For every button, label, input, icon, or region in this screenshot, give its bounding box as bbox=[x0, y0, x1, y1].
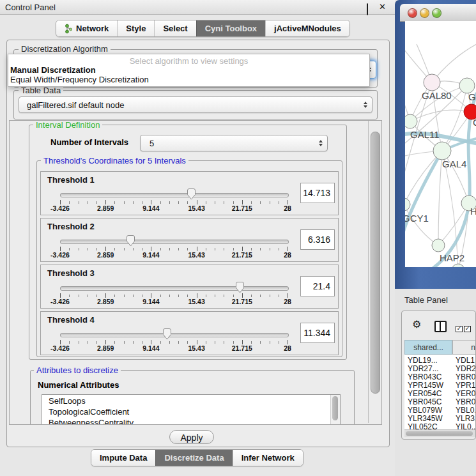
tab-jactivemnodules[interactable]: jActiveMNodules bbox=[265, 20, 349, 36]
threshold-label: Threshold 1 bbox=[47, 175, 95, 185]
tick-mark bbox=[260, 201, 261, 204]
tick-mark bbox=[133, 201, 134, 204]
tab-label: Style bbox=[126, 24, 146, 33]
network-node-hap2[interactable] bbox=[432, 239, 445, 252]
tab-network[interactable]: Network bbox=[56, 20, 117, 36]
vertical-scrollbar[interactable] bbox=[368, 121, 381, 423]
slider-track[interactable] bbox=[60, 333, 289, 337]
tick-mark bbox=[69, 341, 70, 344]
network-node[interactable] bbox=[452, 264, 464, 267]
slider-track[interactable] bbox=[60, 286, 289, 291]
network-node-gal4[interactable] bbox=[433, 142, 451, 160]
tick-label: 9.144 bbox=[134, 344, 167, 352]
tab-label: Select bbox=[163, 24, 187, 33]
numerical-attributes-label: Numerical Attributes bbox=[35, 380, 121, 390]
float-icon bbox=[367, 3, 368, 15]
tick-mark bbox=[270, 248, 270, 250]
numerical-attributes-list[interactable]: SelfLoopsTopologicalCoefficientBetweenne… bbox=[42, 394, 341, 425]
column-header-shared[interactable]: shared... bbox=[404, 340, 452, 355]
node-table[interactable]: shared...n... YDL19...YDL1...YDR27...YDR… bbox=[404, 340, 475, 429]
tick-mark bbox=[114, 201, 115, 204]
tick-mark bbox=[105, 293, 106, 298]
tab-style[interactable]: Style bbox=[117, 20, 154, 36]
attribute-item-betweennesscentrality[interactable]: BetweennessCentrality bbox=[42, 417, 340, 425]
tick-mark bbox=[187, 248, 188, 250]
mac-close-icon[interactable] bbox=[408, 8, 417, 18]
tick-label: 21.715 bbox=[226, 344, 259, 352]
tick-mark bbox=[142, 248, 142, 250]
table-data-combobox[interactable]: galFiltered.sif default node bbox=[19, 96, 372, 113]
tab-impute-data[interactable]: Impute Data bbox=[91, 450, 155, 466]
tick-mark bbox=[178, 295, 179, 297]
table-panel-region: Table Panel ⚙ ✓ ✓ shared...n... YDL19...… bbox=[395, 289, 476, 476]
tick-mark bbox=[69, 295, 70, 297]
threshold-value-field[interactable]: 6.316 bbox=[300, 229, 335, 250]
tick-mark bbox=[206, 201, 206, 204]
network-node-gal80[interactable] bbox=[424, 74, 440, 91]
network-canvas[interactable]: GAL80GCGAL11GAL4GCY1HHAP2 bbox=[405, 21, 476, 267]
tick-label: 21.715 bbox=[226, 251, 259, 259]
combo-spinner-icon bbox=[364, 102, 367, 108]
number-of-intervals-value: 5 bbox=[141, 139, 154, 148]
split-columns-icon[interactable] bbox=[434, 321, 447, 332]
tab-infer-network[interactable]: Infer Network bbox=[233, 450, 303, 466]
horizontal-scrollbar-thumb[interactable] bbox=[406, 431, 473, 436]
threshold-label: Threshold 4 bbox=[47, 315, 95, 325]
control-panel: Control Panel ✕ NetworkStyleSelectCyni T… bbox=[0, 0, 395, 476]
threshold-value-field[interactable]: 14.713 bbox=[300, 183, 335, 203]
dropdown-option-equal-width-frequency-discretization[interactable]: Equal Width/Frequency Discretization bbox=[10, 75, 149, 84]
tab-select[interactable]: Select bbox=[154, 20, 196, 36]
list-scrollbar-thumb[interactable] bbox=[332, 396, 338, 420]
node-label: HAP2 bbox=[440, 252, 464, 263]
close-icon[interactable]: ✕ bbox=[379, 2, 386, 12]
cell-shared-name: YIL052C bbox=[408, 423, 438, 429]
attribute-item-topologicalcoefficient[interactable]: TopologicalCoefficient bbox=[42, 406, 340, 417]
column-header-n[interactable]: n... bbox=[452, 340, 475, 355]
tick-mark bbox=[215, 295, 215, 297]
tick-mark bbox=[133, 295, 134, 297]
tab-discretize-data[interactable]: Discretize Data bbox=[155, 450, 232, 466]
tick-mark bbox=[206, 295, 206, 297]
gear-icon[interactable]: ⚙ bbox=[412, 319, 421, 330]
node-label: C bbox=[473, 117, 476, 128]
checkbox-icon[interactable]: ✓ bbox=[464, 326, 471, 332]
vertical-scrollbar-thumb[interactable] bbox=[371, 132, 380, 394]
tick-mark bbox=[160, 248, 161, 250]
tick-label: -3.426 bbox=[43, 251, 77, 259]
split-divider bbox=[440, 322, 441, 331]
tick-mark bbox=[178, 201, 179, 204]
tick-mark bbox=[105, 200, 106, 204]
table-row[interactable]: YIL052CYIL0... bbox=[404, 423, 475, 429]
table-panel: ⚙ ✓ ✓ shared...n... YDL19...YDL1...YDR27… bbox=[401, 311, 476, 440]
slider-track[interactable] bbox=[60, 193, 289, 197]
threshold-label: Threshold 3 bbox=[47, 268, 95, 278]
threshold-value-field[interactable]: 21.4 bbox=[300, 276, 335, 296]
threshold-value-field[interactable]: 11.344 bbox=[300, 323, 335, 343]
tick-mark bbox=[96, 295, 97, 297]
checkbox-icon[interactable]: ✓ bbox=[456, 326, 463, 332]
float-button[interactable] bbox=[367, 4, 373, 10]
tick-mark bbox=[233, 201, 234, 204]
dropdown-option-manual-discretization[interactable]: Manual Discretization bbox=[10, 65, 96, 75]
tick-mark bbox=[69, 201, 70, 204]
attribute-item-selfloops[interactable]: SelfLoops bbox=[42, 395, 340, 406]
tick-mark bbox=[187, 201, 188, 204]
tab-cyni-toolbox[interactable]: Cyni Toolbox bbox=[196, 20, 265, 36]
tick-mark bbox=[133, 341, 134, 344]
tick-label: 2.859 bbox=[89, 251, 122, 259]
threshold-2-panel: Threshold 2-3.4262.8599.14415.4321.71528… bbox=[40, 218, 339, 262]
mac-minimize-icon[interactable] bbox=[420, 8, 429, 18]
tick-mark bbox=[124, 201, 125, 204]
network-node-gal11[interactable] bbox=[405, 114, 417, 128]
tick-mark bbox=[279, 201, 279, 204]
tick-mark bbox=[187, 341, 188, 344]
list-scrollbar[interactable] bbox=[330, 395, 340, 425]
horizontal-scrollbar[interactable] bbox=[404, 429, 475, 437]
tick-mark bbox=[270, 295, 270, 297]
network-node-gcy1[interactable] bbox=[405, 198, 410, 211]
apply-button[interactable]: Apply bbox=[169, 430, 214, 444]
slider-track[interactable] bbox=[60, 240, 289, 244]
mac-zoom-icon[interactable] bbox=[432, 8, 441, 18]
number-of-intervals-combobox[interactable]: 5 bbox=[140, 135, 328, 151]
tick-label: 28 bbox=[271, 298, 304, 305]
